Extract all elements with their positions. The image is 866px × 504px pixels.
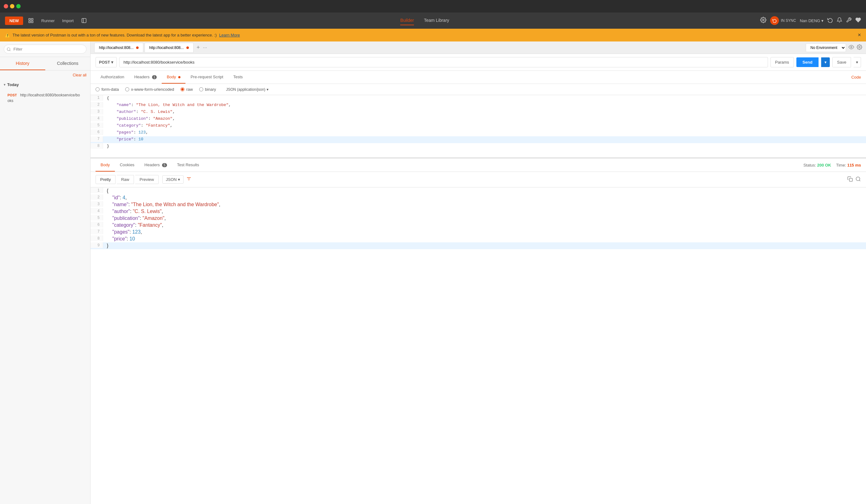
- tab-pre-request[interactable]: Pre-request Script: [186, 71, 228, 83]
- wrench-button[interactable]: [846, 17, 852, 24]
- notification-button[interactable]: [837, 17, 842, 24]
- tab-1-dot: [136, 46, 138, 49]
- code-line-4: 4 "publication": "Amazon",: [90, 116, 866, 123]
- heart-icon: [855, 17, 861, 23]
- refresh-button[interactable]: [827, 17, 833, 24]
- tab-2[interactable]: http://localhost:808...: [145, 43, 193, 53]
- res-code-line-3: 3 "name": "The Lion, the Witch and the W…: [90, 201, 866, 208]
- svg-rect-12: [850, 178, 853, 181]
- response-tab-body[interactable]: Body: [96, 159, 115, 172]
- collections-tab[interactable]: Collections: [45, 57, 90, 70]
- gear-button[interactable]: [857, 44, 862, 51]
- method-select[interactable]: POST ▾: [96, 57, 117, 67]
- new-tab-icon: [81, 18, 87, 23]
- tab-body[interactable]: Body: [162, 71, 186, 83]
- toolbar-right: IN SYNC Nan DENG ▾: [760, 16, 861, 25]
- form-data-option[interactable]: form-data: [96, 87, 119, 92]
- svg-rect-0: [29, 19, 31, 20]
- banner-message: The latest version of Postman is out wit…: [12, 33, 216, 37]
- more-tabs-button[interactable]: ···: [203, 45, 207, 50]
- search-response-button[interactable]: [855, 176, 861, 183]
- format-label: JSON: [166, 177, 177, 182]
- user-menu-button[interactable]: Nan DENG ▾: [800, 19, 823, 23]
- banner-content: ⚠️ The latest version of Postman is out …: [5, 33, 240, 37]
- json-type-select[interactable]: JSON (application/json) ▾: [226, 87, 268, 92]
- runner-button[interactable]: Runner: [39, 16, 57, 25]
- new-button[interactable]: NEW: [5, 16, 23, 25]
- code-line-6: 6 "pages": 123,: [90, 129, 866, 136]
- import-button[interactable]: Import: [60, 16, 76, 25]
- format-select[interactable]: JSON ▾: [162, 175, 184, 184]
- tab-headers[interactable]: Headers 1: [129, 71, 162, 83]
- code-link-button[interactable]: Code: [851, 75, 861, 80]
- svg-point-13: [856, 177, 860, 181]
- response-tabs-row: Body Cookies Headers 5 Test Results Stat…: [90, 159, 866, 172]
- form-data-radio[interactable]: [96, 87, 100, 91]
- headers-response-badge: 5: [162, 163, 167, 167]
- clear-all-button[interactable]: Clear all: [73, 73, 87, 77]
- svg-point-7: [851, 46, 852, 48]
- banner-close-button[interactable]: ×: [857, 32, 861, 38]
- history-tab[interactable]: History: [0, 57, 45, 70]
- binary-option[interactable]: binary: [199, 87, 216, 92]
- res-code-line-1: 1 {: [90, 187, 866, 194]
- code-line-5: 5 "category": "Fantancy",: [90, 123, 866, 129]
- filter-icon: [186, 176, 192, 182]
- history-item[interactable]: POST http://localhost:8080/bookservice/b…: [0, 90, 90, 106]
- minimize-button[interactable]: [10, 4, 14, 9]
- add-tab-button[interactable]: +: [195, 44, 202, 51]
- filter-button[interactable]: [186, 176, 192, 183]
- body-options: form-data x-www-form-urlencoded raw bina…: [90, 84, 866, 95]
- user-chevron-icon: ▾: [821, 19, 823, 23]
- preview-tab[interactable]: Preview: [135, 175, 158, 184]
- copy-icon: [847, 176, 853, 182]
- response-tab-headers[interactable]: Headers 5: [140, 159, 172, 172]
- svg-line-14: [859, 180, 860, 181]
- raw-radio[interactable]: [180, 87, 185, 91]
- raw-option[interactable]: raw: [180, 87, 193, 92]
- url-input[interactable]: [119, 57, 768, 67]
- new-tab-button[interactable]: [79, 16, 89, 25]
- tab-1[interactable]: http://localhost:808...: [94, 43, 143, 53]
- maximize-button[interactable]: [16, 4, 21, 9]
- binary-radio[interactable]: [199, 87, 203, 91]
- pretty-tab[interactable]: Pretty: [96, 175, 115, 184]
- request-code-editor[interactable]: 1 { 2 "name": "The Lion, the Witch and t…: [90, 95, 866, 158]
- team-library-tab[interactable]: Team Library: [424, 16, 449, 25]
- svg-rect-4: [82, 19, 86, 23]
- urlencoded-option[interactable]: x-www-form-urlencoded: [125, 87, 174, 92]
- heart-button[interactable]: [855, 17, 861, 24]
- urlencoded-radio[interactable]: [125, 87, 129, 91]
- import-label: Import: [62, 19, 74, 23]
- params-button[interactable]: Params: [770, 57, 794, 67]
- filter-input[interactable]: [4, 45, 87, 54]
- response-tab-test-results[interactable]: Test Results: [172, 159, 204, 172]
- eye-button[interactable]: [848, 44, 854, 51]
- code-line-3: 3 "author": "C. S. Lewis",: [90, 109, 866, 116]
- raw-tab[interactable]: Raw: [117, 175, 134, 184]
- response-tab-cookies[interactable]: Cookies: [115, 159, 140, 172]
- method-chevron-icon: ▾: [111, 60, 113, 65]
- today-section[interactable]: ▾ Today: [0, 80, 90, 90]
- tab-authorization[interactable]: Authorization: [96, 71, 129, 83]
- runner-label: Runner: [41, 19, 55, 23]
- response-actions: [847, 176, 861, 183]
- learn-more-link[interactable]: Learn More: [219, 33, 240, 37]
- res-code-line-7: 7 "pages": 123,: [90, 229, 866, 236]
- tab-2-label: http://localhost:808...: [149, 46, 184, 50]
- copy-response-button[interactable]: [847, 176, 853, 183]
- sync-label: IN SYNC: [781, 19, 796, 23]
- response-view-tabs: Pretty Raw Preview JSON ▾: [90, 172, 866, 187]
- settings-button[interactable]: [760, 17, 766, 24]
- builder-tab[interactable]: Builder: [400, 16, 414, 25]
- res-code-line-9: 9 }: [90, 242, 866, 249]
- send-dropdown-button[interactable]: ▾: [821, 57, 830, 67]
- save-button[interactable]: Save: [832, 57, 851, 67]
- environment-select[interactable]: No Environment: [806, 43, 846, 52]
- save-dropdown-button[interactable]: ▾: [854, 57, 861, 67]
- layout-icon-button[interactable]: [25, 16, 36, 25]
- tab-tests[interactable]: Tests: [228, 71, 247, 83]
- close-button[interactable]: [4, 4, 8, 9]
- response-code-editor[interactable]: 1 { 2 "id": 4, 3 "name": "The Lion, the …: [90, 187, 866, 504]
- send-button[interactable]: Send: [796, 57, 819, 67]
